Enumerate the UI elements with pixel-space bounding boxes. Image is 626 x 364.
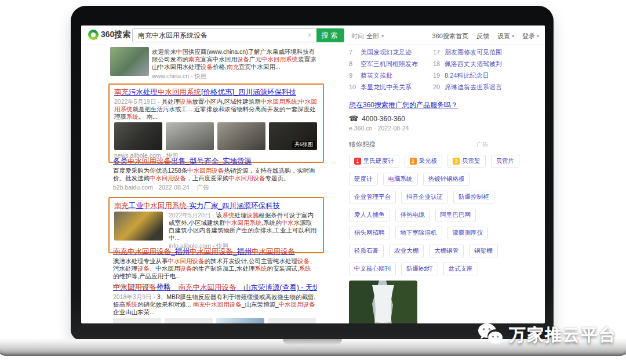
related-search-tag[interactable]: 漆膜测厚仪: [447, 227, 489, 239]
search-query-text: 南充中水回用系统设备: [133, 29, 316, 42]
phone-icon: ☎: [349, 114, 358, 123]
logo-text: 360搜索: [101, 30, 130, 40]
360-logo[interactable]: 360搜索: [88, 30, 130, 40]
ad-label: 广告: [197, 184, 209, 191]
related-search-tag[interactable]: 盆式支座: [443, 263, 478, 275]
wechat-icon: [477, 322, 504, 348]
hot-search-item[interactable]: 18 佩洛西丈夫酒驾被判: [433, 58, 512, 70]
time-filter-dropdown[interactable]: 时间 全部 ▾: [351, 32, 384, 41]
related-search-tag[interactable]: 防爆控制柜: [453, 191, 494, 203]
nav-settings-dropdown[interactable]: 设置 ▾: [497, 32, 514, 41]
result-thumbnail[interactable]: [110, 47, 149, 76]
hot-search-item[interactable]: 17 朋友圈修改可见范围: [433, 46, 512, 58]
related-search-tag[interactable]: 伴热电缆: [395, 209, 430, 221]
hot-search-item[interactable]: 20 席琳迪翁去世系谣言: [433, 81, 512, 93]
chevron-down-icon: ▾: [381, 34, 384, 39]
search-header: 360搜索 南充中水回用系统设备 × 搜索 时间 全部 ▾ 360搜索首页 反馈…: [81, 26, 545, 45]
hot-search-item[interactable]: 7 美国发现幻龙足迹: [349, 46, 428, 58]
result-snippet: 百度爱采购为你优选1258条中水回用设备热销货源，支持在线选购，实时询价。批发选…: [113, 167, 317, 182]
result-title-link[interactable]: 南充中水回用设备_福州中水回用设备_福州中水回用设备: [113, 247, 317, 256]
360-logo-icon: [88, 30, 99, 40]
result-snippet: 2018年3月9日 - 3、MBR膜生物反应器有利于增殖缓慢或高效微生物的截留,…: [113, 293, 317, 316]
nav-login-dropdown[interactable]: 登录 ▾: [522, 32, 539, 41]
related-search-tag[interactable]: 钢架棚: [469, 245, 498, 257]
laptop-base-notch: [283, 339, 342, 345]
chevron-down-icon: ▾: [537, 34, 539, 39]
related-search-tag[interactable]: 贝雷片: [491, 155, 520, 168]
result-thumbnail[interactable]: [166, 122, 214, 150]
result-thumbnail[interactable]: [268, 318, 316, 323]
result-title-link[interactable]: 各类中水回用设备出售_型号齐全_实地货源: [113, 156, 317, 166]
search-result: 中水回用设备价格、南充中水回用设备、山东荣博源(查看) - 无忧... 2018…: [113, 283, 317, 323]
related-search-tag[interactable]: 地下室除湿机: [395, 227, 442, 239]
guess-search-heading: 猜你想搜: [349, 140, 376, 149]
related-search-tag[interactable]: 热镀锌钢格板: [423, 173, 470, 185]
search-input[interactable]: 南充中水回用系统设备 ×: [132, 28, 316, 42]
hot-search-item[interactable]: 8 空军三机同框照发布: [349, 58, 428, 70]
promo-source: e.360.cn - 2022-08-24: [349, 125, 512, 132]
result-source: b2b.baidu.com - 2022-08-24 广告: [113, 184, 317, 191]
related-search-tag[interactable]: 企业管理平台: [349, 191, 396, 203]
result-snippet: 2022年5月19日 - 其处理设施放置小区内,区域性建筑群中水回用系统;中水回…: [114, 98, 318, 121]
nav-feedback-link[interactable]: 反馈: [476, 32, 489, 41]
laptop-bezel: 360搜索 南充中水回用系统设备 × 搜索 时间 全部 ▾ 360搜索首页 反馈…: [71, 6, 554, 340]
top-nav: 360搜索首页 反馈 设置 ▾ 登录 ▾: [432, 32, 539, 41]
related-search-tag[interactable]: 电脑系统: [383, 173, 418, 185]
highlighted-result-box: 南充污水处理中水回用系统[价格优惠]_四川涵源环保科技 2022年5月19日 -…: [108, 83, 324, 163]
search-result: 各类中水回用设备出售_型号齐全_实地货源 百度爱采购为你优选1258条中水回用设…: [113, 156, 317, 191]
related-search-tag[interactable]: 防爆led灯: [401, 263, 438, 275]
result-thumbnail[interactable]: [216, 318, 264, 323]
result-title-link[interactable]: 南充污水处理中水回用系统[价格优惠]_四川涵源环保科技: [114, 88, 318, 97]
result-thumbnail[interactable]: 共5张图: [269, 122, 317, 150]
rank-3-badge: 3: [453, 158, 460, 165]
result-photo-strip: [113, 318, 317, 323]
result-thumbnail[interactable]: [114, 122, 162, 150]
promo-block: 想在360搜索推广您的产品服务吗？ ☎ 4000-360-360 e.360.c…: [349, 100, 512, 132]
scenic-image[interactable]: [349, 281, 417, 323]
result-thumbnail[interactable]: [113, 318, 161, 323]
ad-label: 广告: [476, 141, 488, 149]
clear-icon[interactable]: ×: [307, 29, 312, 42]
hot-search-item[interactable]: 10 李显龙忧中美关系: [349, 81, 428, 93]
related-search-tag[interactable]: 阿里巴巴网: [435, 209, 476, 221]
related-search-tag[interactable]: 硬度计: [349, 173, 378, 185]
related-search-tag[interactable]: 3 贝雷架: [447, 155, 486, 168]
result-thumbnail[interactable]: [114, 212, 163, 241]
watermark-brand: 万家推云平台: [509, 323, 617, 347]
right-rail: 7 美国发现幻龙足迹 8 空军三机同框照发布 9 蔡英文挨批 10: [349, 46, 512, 323]
related-search-tag[interactable]: 农业大棚: [389, 245, 424, 257]
related-search-tag[interactable]: 1 里氏硬度计: [349, 155, 399, 168]
result-snippet: 2022年5月20日 - 该系统处理设施根据条件可设于室内或室外,小区域建筑群中…: [169, 212, 317, 242]
highlighted-result-box: 南充工业中水回用系统-实力厂家_四川涵源环保科技 2022年5月20日 - 该系…: [108, 197, 324, 253]
promo-link[interactable]: 想在360搜索推广您的产品服务吗？: [349, 100, 512, 110]
chevron-down-icon: ▾: [512, 34, 514, 39]
watermark: 万家推云平台: [477, 322, 617, 348]
related-search-tag[interactable]: 大棚钢管: [429, 245, 464, 257]
related-search-tag[interactable]: 轻质石膏: [349, 245, 384, 257]
result-snippet: 澳洁水处理专业从事中水回用设备的技术开发设计,公司主营纯水处理设备、污水处理设备…: [113, 257, 317, 280]
rank-2-badge: 2: [410, 158, 417, 165]
result-snippet: 欢迎前来中国供应商(www.china.cn)了解广东泉威环境科技有限公司发布的…: [152, 48, 318, 71]
related-search-tag[interactable]: 抖音企业认证: [401, 191, 448, 203]
result-photo-strip: 共5张图: [114, 122, 318, 150]
nav-home-link[interactable]: 360搜索首页: [432, 32, 468, 41]
hot-search-item[interactable]: 9 蔡英文挨批: [349, 70, 428, 81]
promo-phone-number: 4000-360-360: [362, 115, 405, 123]
time-filter-value: 全部: [366, 32, 379, 41]
hot-search-list: 7 美国发现幻龙足迹 8 空军三机同框照发布 9 蔡英文挨批 10: [349, 46, 512, 93]
hot-search-item[interactable]: 19 8.24科比纪念日: [433, 70, 512, 81]
search-button[interactable]: 搜索: [316, 28, 344, 42]
result-title-link[interactable]: 南充工业中水回用系统-实力厂家_四川涵源环保科技: [114, 201, 318, 210]
time-filter-label: 时间: [351, 32, 364, 41]
related-search-tag[interactable]: 爱人人捕鱼: [349, 209, 390, 221]
browser-screen: 360搜索 南充中水回用系统设备 × 搜索 时间 全部 ▾ 360搜索首页 反馈…: [81, 26, 545, 323]
related-search-tag[interactable]: 2 采光板: [405, 155, 443, 168]
related-search-tag[interactable]: 中文核心期刊: [349, 263, 396, 275]
related-search-tags: 1 里氏硬度计 2 采光板 3 贝雷架 贝雷片: [349, 155, 512, 275]
search-result: 欢迎前来中国供应商(www.china.cn)了解广东泉威环境科技有限公司发布的…: [110, 47, 318, 79]
result-source: www.china.cn - 快照: [152, 72, 318, 79]
result-thumbnail[interactable]: [165, 318, 213, 323]
result-thumbnail[interactable]: [217, 122, 265, 150]
related-search-tag[interactable]: 猎头网招聘: [349, 227, 390, 239]
result-title-link[interactable]: 中水回用设备价格、南充中水回用设备、山东荣博源(查看) - 无忧...: [113, 283, 317, 292]
